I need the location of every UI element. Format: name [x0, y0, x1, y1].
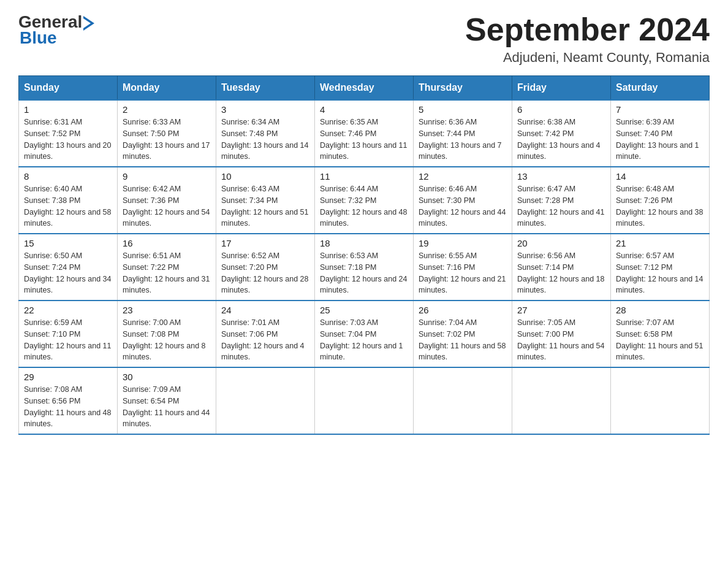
day-info: Sunrise: 7:09 AM Sunset: 6:54 PM Dayligh… [123, 384, 211, 430]
sunset-label: Sunset: 7:40 PM [616, 129, 672, 138]
header-monday: Monday [118, 76, 216, 101]
day-info: Sunrise: 7:08 AM Sunset: 6:56 PM Dayligh… [24, 384, 112, 430]
sunset-label: Sunset: 6:58 PM [616, 330, 672, 339]
sunrise-label: Sunrise: 7:01 AM [221, 318, 279, 327]
day-info: Sunrise: 6:53 AM Sunset: 7:18 PM Dayligh… [320, 250, 408, 296]
logo-icon [83, 16, 96, 31]
day-number: 3 [221, 104, 309, 115]
sunrise-label: Sunrise: 6:51 AM [123, 251, 181, 260]
day-number: 8 [24, 171, 112, 182]
day-info: Sunrise: 7:03 AM Sunset: 7:04 PM Dayligh… [320, 317, 408, 363]
daylight-label: Daylight: 12 hours and 38 minutes. [616, 208, 703, 228]
day-info: Sunrise: 6:31 AM Sunset: 7:52 PM Dayligh… [24, 117, 112, 163]
daylight-label: Daylight: 12 hours and 1 minute. [320, 342, 403, 362]
sunrise-label: Sunrise: 7:08 AM [24, 385, 82, 394]
day-number: 1 [24, 104, 112, 115]
day-number: 23 [123, 305, 211, 315]
daylight-label: Daylight: 13 hours and 14 minutes. [221, 141, 308, 161]
sunset-label: Sunset: 7:22 PM [123, 263, 179, 272]
daylight-label: Daylight: 12 hours and 31 minutes. [123, 275, 210, 295]
table-row: 9 Sunrise: 6:42 AM Sunset: 7:36 PM Dayli… [118, 167, 216, 234]
table-row: 14 Sunrise: 6:48 AM Sunset: 7:26 PM Dayl… [611, 167, 710, 234]
day-number: 15 [24, 238, 112, 248]
day-info: Sunrise: 6:59 AM Sunset: 7:10 PM Dayligh… [24, 317, 112, 363]
table-row: 25 Sunrise: 7:03 AM Sunset: 7:04 PM Dayl… [315, 301, 414, 367]
header-tuesday: Tuesday [216, 76, 315, 101]
daylight-label: Daylight: 12 hours and 54 minutes. [123, 208, 210, 228]
day-info: Sunrise: 6:42 AM Sunset: 7:36 PM Dayligh… [123, 183, 211, 229]
table-row: 10 Sunrise: 6:43 AM Sunset: 7:34 PM Dayl… [216, 167, 315, 234]
day-number: 14 [616, 171, 704, 182]
day-number: 18 [320, 238, 408, 248]
sunset-label: Sunset: 7:30 PM [419, 196, 475, 205]
calendar-week-row: 8 Sunrise: 6:40 AM Sunset: 7:38 PM Dayli… [19, 167, 710, 234]
day-number: 20 [517, 238, 605, 248]
sunrise-label: Sunrise: 6:59 AM [24, 318, 82, 327]
day-number: 9 [123, 171, 211, 182]
sunset-label: Sunset: 7:00 PM [517, 330, 574, 339]
sunset-label: Sunset: 7:18 PM [320, 263, 376, 272]
day-info: Sunrise: 6:34 AM Sunset: 7:48 PM Dayligh… [221, 117, 309, 163]
title-section: September 2024 Adjudeni, Neamt County, R… [465, 12, 710, 66]
day-info: Sunrise: 6:44 AM Sunset: 7:32 PM Dayligh… [320, 183, 408, 229]
page-header: General Blue September 2024 Adjudeni, Ne… [18, 12, 710, 66]
sunrise-label: Sunrise: 6:34 AM [221, 118, 279, 126]
day-info: Sunrise: 6:38 AM Sunset: 7:42 PM Dayligh… [517, 117, 605, 163]
sunrise-label: Sunrise: 6:31 AM [24, 118, 82, 126]
sunset-label: Sunset: 7:24 PM [24, 263, 80, 272]
table-row: 20 Sunrise: 6:56 AM Sunset: 7:14 PM Dayl… [512, 234, 611, 301]
sunset-label: Sunset: 7:06 PM [221, 330, 278, 339]
day-info: Sunrise: 7:07 AM Sunset: 6:58 PM Dayligh… [616, 317, 704, 363]
day-info: Sunrise: 7:05 AM Sunset: 7:00 PM Dayligh… [517, 317, 605, 363]
sunset-label: Sunset: 7:38 PM [24, 196, 80, 205]
daylight-label: Daylight: 12 hours and 34 minutes. [24, 275, 111, 295]
day-number: 30 [123, 372, 211, 382]
sunrise-label: Sunrise: 6:53 AM [320, 251, 378, 260]
sunset-label: Sunset: 7:04 PM [320, 330, 376, 339]
sunrise-label: Sunrise: 6:47 AM [517, 185, 575, 193]
sunset-label: Sunset: 6:56 PM [24, 397, 80, 405]
table-row [216, 367, 315, 434]
sunrise-label: Sunrise: 7:05 AM [517, 318, 575, 327]
sunset-label: Sunset: 7:08 PM [123, 330, 179, 339]
daylight-label: Daylight: 12 hours and 24 minutes. [320, 275, 407, 295]
sunset-label: Sunset: 7:28 PM [517, 196, 574, 205]
calendar-week-row: 1 Sunrise: 6:31 AM Sunset: 7:52 PM Dayli… [19, 100, 710, 167]
calendar-header-row: Sunday Monday Tuesday Wednesday Thursday… [19, 76, 710, 101]
sunrise-label: Sunrise: 6:55 AM [419, 251, 477, 260]
day-info: Sunrise: 6:48 AM Sunset: 7:26 PM Dayligh… [616, 183, 704, 229]
sunset-label: Sunset: 7:32 PM [320, 196, 376, 205]
table-row: 30 Sunrise: 7:09 AM Sunset: 6:54 PM Dayl… [118, 367, 216, 434]
day-info: Sunrise: 6:33 AM Sunset: 7:50 PM Dayligh… [123, 117, 211, 163]
table-row [414, 367, 512, 434]
daylight-label: Daylight: 12 hours and 41 minutes. [517, 208, 604, 228]
calendar-week-row: 22 Sunrise: 6:59 AM Sunset: 7:10 PM Dayl… [19, 301, 710, 367]
table-row: 18 Sunrise: 6:53 AM Sunset: 7:18 PM Dayl… [315, 234, 414, 301]
header-sunday: Sunday [19, 76, 118, 101]
sunset-label: Sunset: 7:50 PM [123, 129, 179, 138]
sunrise-label: Sunrise: 7:00 AM [123, 318, 181, 327]
sunrise-label: Sunrise: 6:56 AM [517, 251, 575, 260]
daylight-label: Daylight: 11 hours and 51 minutes. [616, 342, 703, 362]
sunset-label: Sunset: 7:16 PM [419, 263, 475, 272]
day-number: 19 [419, 238, 507, 248]
day-number: 10 [221, 171, 309, 182]
daylight-label: Daylight: 13 hours and 1 minute. [616, 141, 699, 161]
sunrise-label: Sunrise: 6:46 AM [419, 185, 477, 193]
sunrise-label: Sunrise: 6:33 AM [123, 118, 181, 126]
daylight-label: Daylight: 12 hours and 51 minutes. [221, 208, 308, 228]
day-number: 21 [616, 238, 704, 248]
sunset-label: Sunset: 7:26 PM [616, 196, 672, 205]
daylight-label: Daylight: 12 hours and 18 minutes. [517, 275, 604, 295]
table-row [315, 367, 414, 434]
day-number: 13 [517, 171, 605, 182]
table-row: 16 Sunrise: 6:51 AM Sunset: 7:22 PM Dayl… [118, 234, 216, 301]
table-row: 2 Sunrise: 6:33 AM Sunset: 7:50 PM Dayli… [118, 100, 216, 167]
daylight-label: Daylight: 13 hours and 20 minutes. [24, 141, 111, 161]
sunrise-label: Sunrise: 6:38 AM [517, 118, 575, 126]
day-number: 28 [616, 305, 704, 315]
day-info: Sunrise: 6:36 AM Sunset: 7:44 PM Dayligh… [419, 117, 507, 163]
day-info: Sunrise: 6:56 AM Sunset: 7:14 PM Dayligh… [517, 250, 605, 296]
logo: General Blue [18, 12, 96, 48]
day-info: Sunrise: 7:00 AM Sunset: 7:08 PM Dayligh… [123, 317, 211, 363]
